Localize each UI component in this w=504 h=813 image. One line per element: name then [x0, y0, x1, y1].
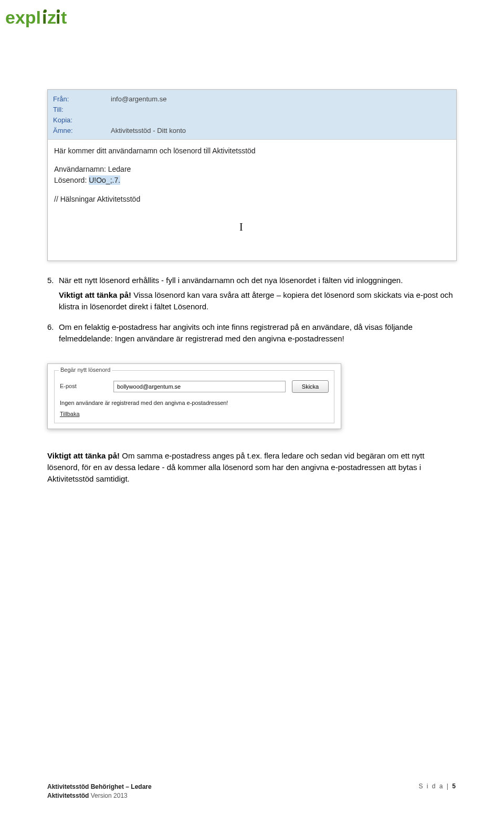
email-cc-label: Kopia:: [53, 115, 111, 126]
footer-version: Version 2013: [89, 792, 127, 799]
email-subject-label: Ämne:: [53, 126, 111, 136]
svg-text:expl: expl: [5, 8, 41, 27]
step-5: 5. När ett nytt lösenord erhållits - fyl…: [47, 275, 457, 312]
footer-title: Aktivitetsstöd Behörighet – Ledare: [47, 783, 152, 790]
email-input-label: E-post: [60, 382, 107, 391]
footer-right: S i d a | 5: [419, 783, 457, 800]
email-from-label: Från:: [53, 94, 111, 105]
step-6-number: 6.: [47, 321, 59, 345]
step-5-important-label: Viktigt att tänka på!: [59, 290, 131, 299]
page-label: S i d a |: [419, 783, 453, 790]
footer-left: Aktivitetsstöd Behörighet – Ledare Aktiv…: [47, 783, 152, 800]
step-5-number: 5.: [47, 275, 59, 286]
step-6: 6. Om en felaktig e-postadress har angiv…: [47, 321, 457, 345]
email-to-label: Till:: [53, 105, 111, 115]
request-password-panel: Begär nytt lösenord E-post Skicka Ingen …: [47, 363, 341, 430]
page-number: 5: [452, 783, 457, 790]
email-from-value: info@argentum.se: [111, 94, 166, 105]
email-form-row: E-post Skicka: [60, 380, 329, 393]
email-credentials: Användarnamn: Ledare Lösenord: U!Oo_;.7.: [54, 164, 450, 186]
email-username-line: Användarnamn: Ledare: [54, 164, 450, 175]
step-5-text: När ett nytt lösenord erhållits - fyll i…: [59, 275, 457, 286]
page-footer: Aktivitetsstöd Behörighet – Ledare Aktiv…: [47, 783, 457, 800]
email-intro: Här kommer ditt användarnamn och lösenor…: [54, 146, 450, 157]
email-preview-panel: Från: info@argentum.se Till: Kopia: Ämne…: [47, 89, 457, 261]
step-5-body: När ett nytt lösenord erhållits - fyll i…: [59, 275, 457, 286]
email-from-row: Från: info@argentum.se: [53, 94, 451, 105]
email-to-row: Till:: [53, 105, 451, 115]
request-password-fieldset: Begär nytt lösenord E-post Skicka Ingen …: [54, 370, 334, 424]
back-link[interactable]: Tillbaka: [60, 410, 80, 419]
document-body: 5. När ett nytt lösenord erhållits - fyl…: [47, 275, 457, 485]
final-note: Viktigt att tänka på! Om samma e-postadr…: [47, 450, 457, 484]
email-password-line: Lösenord: U!Oo_;.7.: [54, 175, 450, 186]
email-password-value: U!Oo_;.7.: [89, 175, 120, 185]
final-important-label: Viktigt att tänka på!: [47, 451, 120, 460]
footer-product: Aktivitetsstöd: [47, 792, 89, 799]
svg-point-6: [57, 9, 60, 13]
svg-text:t: t: [61, 8, 67, 27]
email-input[interactable]: [113, 381, 286, 392]
email-password-label: Lösenord:: [54, 176, 89, 184]
svg-point-5: [44, 9, 47, 13]
email-subject-value: Aktivitetsstöd - Ditt konto: [111, 126, 186, 136]
email-signoff: // Hälsningar Aktivitetsstöd: [54, 194, 450, 205]
email-body: Här kommer ditt användarnamn och lösenor…: [48, 140, 456, 260]
email-subject-row: Ämne: Aktivitetsstöd - Ditt konto: [53, 126, 451, 136]
brand-logo: expl i z i t: [5, 8, 94, 30]
text-cursor-icon: I: [239, 221, 243, 233]
send-button[interactable]: Skicka: [292, 380, 329, 393]
step-6-text: Om en felaktig e-postadress har angivits…: [59, 321, 457, 345]
explizit-logo-svg: expl i z i t: [5, 8, 94, 30]
email-cc-row: Kopia:: [53, 115, 451, 126]
svg-text:z: z: [47, 8, 56, 27]
fieldset-legend: Begär nytt lösenord: [59, 366, 112, 374]
email-header: Från: info@argentum.se Till: Kopia: Ämne…: [48, 90, 456, 140]
error-message: Ingen användare är registrerad med den a…: [60, 399, 329, 408]
